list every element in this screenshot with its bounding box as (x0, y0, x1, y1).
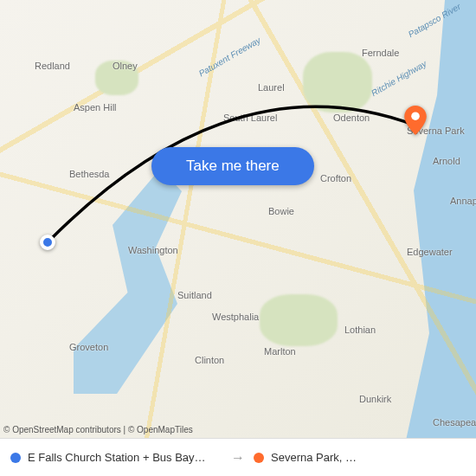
origin-label: E Falls Church Station + Bus Bay… (28, 451, 206, 464)
route-summary-bar: E Falls Church Station + Bus Bay… → Seve… (0, 438, 476, 476)
arrow-right-icon: → (231, 450, 245, 466)
destination-label: Severna Park, … (271, 451, 357, 464)
svg-point-0 (411, 112, 420, 120)
destination-dot-icon (254, 453, 264, 463)
take-me-there-button[interactable]: Take me there (151, 147, 314, 185)
origin-dot-icon (10, 453, 21, 463)
destination-chip[interactable]: Severna Park, … (254, 451, 466, 464)
park-area (303, 52, 372, 113)
origin-marker-icon[interactable] (40, 235, 55, 250)
park-area (260, 294, 338, 346)
road-network (0, 0, 476, 476)
map-canvas[interactable]: RedlandOlneyAspen HillBethesdaWashington… (0, 0, 476, 476)
park-area (95, 61, 138, 95)
origin-chip[interactable]: E Falls Church Station + Bus Bay… (10, 451, 222, 464)
destination-marker-icon[interactable] (404, 106, 427, 128)
